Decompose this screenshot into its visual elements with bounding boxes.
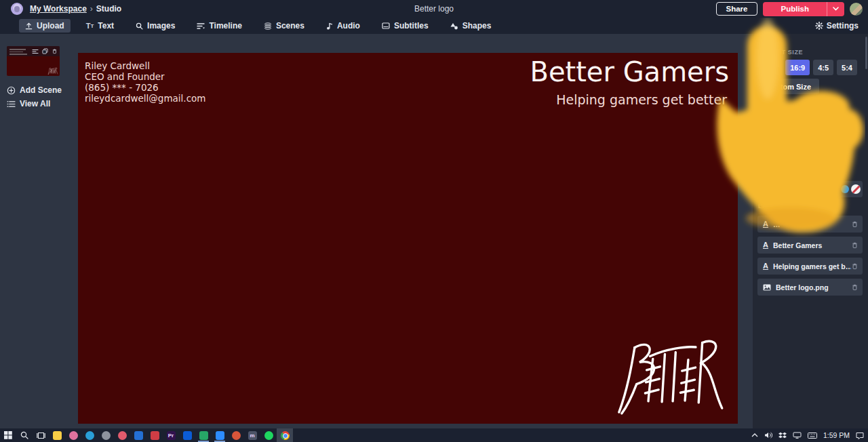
contact-line: Riley Cardwell (85, 60, 205, 71)
network-display-icon[interactable] (793, 432, 802, 439)
touch-keyboard-icon[interactable] (808, 433, 817, 439)
user-avatar[interactable] (850, 3, 863, 16)
volume-icon[interactable] (764, 432, 772, 439)
tab-label: Scenes (276, 21, 304, 31)
shapes-icon (450, 22, 458, 30)
dropbox-icon (183, 431, 192, 440)
layer-item-helping-gamers[interactable]: A Helping gamers get b… (757, 258, 863, 275)
notification-center-icon[interactable] (856, 432, 864, 439)
taskbar-app-pink[interactable] (65, 428, 81, 442)
app-icon (118, 431, 127, 440)
start-button[interactable] (0, 428, 16, 442)
tab-timeline[interactable]: Timeline (191, 19, 248, 33)
taskbar-app-zoom[interactable] (212, 428, 228, 442)
scene-thumbnail[interactable] (7, 46, 60, 76)
view-all-button[interactable]: View All (7, 99, 50, 108)
taskbar-app-blue-square[interactable] (130, 428, 146, 442)
tab-text[interactable]: TTText (80, 19, 120, 33)
gear-icon (815, 22, 823, 30)
contact-line: rileydcardwell@gmail.com (85, 93, 205, 104)
system-tray: 1:59 PM (751, 428, 864, 442)
heading-text-layer[interactable]: Better Gamers (530, 56, 729, 87)
publish-button[interactable]: Publish (763, 2, 827, 16)
settings-label: Settings (827, 21, 859, 31)
taskbar-app-red-square[interactable] (146, 428, 163, 442)
tab-audio[interactable]: Audio (320, 19, 366, 33)
windows-taskbar: Pr m 1:59 PM (0, 428, 868, 442)
tab-subtitles[interactable]: Subtitles (376, 19, 435, 33)
document-title[interactable]: Better logo (414, 4, 454, 14)
custom-size-button[interactable]: Custom Size (758, 79, 819, 94)
chevron-up-icon[interactable] (751, 433, 758, 437)
text-layer-icon: A (763, 262, 768, 270)
breadcrumb-page: Studio (96, 4, 121, 14)
text-layer-icon: A (763, 220, 768, 228)
trash-icon[interactable] (851, 241, 859, 249)
tab-label: Subtitles (394, 21, 429, 31)
taskbar-search-button[interactable] (16, 428, 33, 442)
size-option-5-4[interactable]: 5:4 (837, 60, 857, 75)
taskbar-app-file-explorer[interactable] (49, 428, 65, 442)
background-color-row (757, 181, 863, 197)
taskbar-app-mail[interactable]: m (244, 428, 260, 442)
layer-item-better-gamers[interactable]: A Better Gamers (757, 237, 863, 254)
workspace-avatar[interactable] (11, 3, 23, 15)
tab-upload[interactable]: Upload (19, 19, 71, 33)
better-logo-image-layer[interactable] (613, 334, 728, 415)
taskbar-app-color-wheel[interactable] (228, 428, 244, 442)
size-option-4-5[interactable]: 4:5 (813, 60, 833, 75)
app-icon (102, 431, 111, 440)
panel-scrollbar[interactable] (865, 37, 867, 69)
add-scene-label: Add Scene (20, 85, 62, 95)
size-options: 9:16 16:9 4:5 5:4 (757, 60, 857, 75)
windows-logo-icon (4, 431, 12, 439)
trash-icon[interactable] (851, 283, 859, 291)
taskbar-app-dropbox[interactable] (179, 428, 195, 442)
tab-scenes[interactable]: Scenes (258, 19, 311, 33)
taskbar-app-spotify[interactable] (260, 428, 277, 442)
list-icon (7, 100, 16, 108)
taskbar-app-chrome[interactable] (277, 428, 293, 442)
clock-icon (85, 431, 94, 440)
trash-icon[interactable] (851, 220, 859, 228)
upload-icon (25, 22, 33, 30)
color-swatch-blue[interactable] (841, 185, 849, 193)
timeline-icon (197, 22, 205, 30)
add-scene-button[interactable]: Add Scene (7, 85, 62, 95)
premiere-pro-icon: Pr (167, 431, 176, 440)
editor-canvas[interactable]: Riley Cardwell CEO and Founder (865) ***… (78, 53, 738, 424)
clock-time[interactable]: 1:59 PM (823, 431, 850, 439)
color-swatch-none[interactable] (851, 184, 861, 194)
taskbar-app-green[interactable] (195, 428, 212, 442)
dropbox-tray-icon[interactable] (778, 432, 787, 439)
scenes-icon (264, 22, 272, 30)
tab-label: Upload (37, 21, 64, 31)
edit-timeline-icon[interactable] (32, 49, 39, 54)
taskbar-app-premiere-pro[interactable]: Pr (163, 428, 179, 442)
breadcrumb: My Workspace›Studio (30, 4, 121, 14)
taskbar-app-clock[interactable] (81, 428, 98, 442)
duplicate-icon[interactable] (42, 48, 48, 54)
size-option-9-16[interactable]: 9:16 (757, 60, 782, 75)
subheading-text-layer[interactable]: Helping gamers get better (556, 92, 727, 107)
settings-button[interactable]: Settings (815, 21, 859, 31)
tab-images[interactable]: Images (130, 19, 181, 33)
layer-item-contact-text[interactable]: A … (757, 216, 863, 233)
task-view-button[interactable] (33, 428, 49, 442)
taskbar-app-red-circle[interactable] (114, 428, 130, 442)
publish-dropdown-button[interactable] (827, 2, 844, 16)
taskbar-app-gray[interactable] (98, 428, 114, 442)
tab-shapes[interactable]: Shapes (444, 19, 498, 33)
size-option-16-9-selected[interactable]: 16:9 (785, 60, 810, 75)
contact-line: CEO and Founder (85, 71, 205, 82)
breadcrumb-workspace-link[interactable]: My Workspace (30, 4, 87, 14)
trash-icon[interactable] (52, 48, 58, 54)
tab-label: Text (98, 21, 114, 31)
right-panel: OUTPUT SIZE 9:16 16:9 4:5 5:4 Custom Siz… (753, 34, 868, 428)
layer-item-better-logo[interactable]: Better logo.png (757, 279, 863, 296)
app-icon (151, 431, 159, 440)
tab-label: Timeline (209, 21, 241, 31)
trash-icon[interactable] (851, 262, 859, 270)
share-button[interactable]: Share (716, 2, 758, 16)
contact-text-layer[interactable]: Riley Cardwell CEO and Founder (865) ***… (85, 60, 205, 104)
